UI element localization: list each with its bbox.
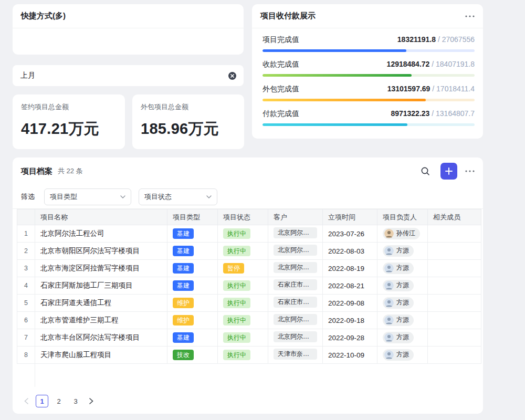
avatar bbox=[384, 281, 394, 290]
project-type-tag: 基建 bbox=[173, 332, 194, 343]
members-cell[interactable] bbox=[428, 346, 481, 364]
members-cell[interactable] bbox=[428, 277, 481, 295]
metric-project: 项目完成值 18321191.8 / 27067556 bbox=[262, 35, 475, 52]
project-name-cell[interactable]: 石家庄阿道夫通信工程 bbox=[35, 295, 167, 312]
row-index: 8 bbox=[17, 346, 35, 364]
metric-payment: 付款完成值 8971322.23 / 13164807.7 bbox=[262, 109, 475, 126]
row-index: 5 bbox=[17, 295, 35, 312]
progress-bar bbox=[262, 99, 475, 101]
col-start-date[interactable]: 立项时间 bbox=[323, 209, 377, 225]
table-row[interactable]: 1 北京阿尔法工程公司 基建 执行中 北京阿尔法… 2023-07-26 孙传江 bbox=[17, 225, 481, 243]
project-name-cell[interactable]: 北京市朝阳区阿尔法写字楼项目 bbox=[35, 243, 167, 260]
archive-title: 项目档案 bbox=[21, 166, 52, 176]
start-date-cell: 2022-09-18 bbox=[323, 312, 377, 329]
search-icon[interactable] bbox=[418, 164, 433, 178]
table-header-row: 项目名称 项目类型 项目状态 客户 立项时间 项目负责人 相关成员 bbox=[17, 209, 481, 225]
stat-label: 签约项目总金额 bbox=[21, 102, 117, 112]
project-type-tag: 基建 bbox=[173, 246, 194, 256]
table-row[interactable]: 3 北京市海淀区阿拉蕾写字楼项目 基建 暂停 北京阿尔法… 2022-08-19… bbox=[17, 260, 481, 277]
col-project-name[interactable]: 项目名称 bbox=[35, 209, 167, 225]
avatar bbox=[384, 264, 394, 273]
owner-pill: 孙传江 bbox=[383, 228, 420, 239]
start-date-cell: 2023-07-26 bbox=[323, 225, 377, 243]
metric-receipt: 收款完成值 12918484.72 / 18407191.8 bbox=[262, 60, 475, 77]
date-filter[interactable]: 上月 bbox=[13, 65, 244, 86]
project-type-tag: 基建 bbox=[173, 263, 194, 274]
project-type-tag: 技改 bbox=[173, 350, 194, 360]
owner-pill: 方源 bbox=[383, 245, 414, 257]
owner-pill: 方源 bbox=[383, 349, 414, 361]
metrics-list: 项目完成值 18321191.8 / 27067556 收款完成值 129184… bbox=[252, 28, 483, 126]
next-page-icon[interactable] bbox=[86, 395, 97, 407]
project-status-select[interactable]: 项目状态 bbox=[139, 188, 217, 205]
project-type-select[interactable]: 项目类型 bbox=[44, 188, 131, 205]
avatar bbox=[384, 298, 394, 308]
customer-tag: 北京阿尔法… bbox=[274, 331, 317, 342]
customer-tag: 天津市奈文… bbox=[274, 349, 317, 360]
customer-tag: 石家庄市A县 bbox=[274, 297, 317, 308]
start-date-cell: 2022-09-28 bbox=[323, 329, 377, 346]
payments-card: 项目收付款展示 项目完成值 18321191.8 / 27067556 收款完成… bbox=[252, 4, 483, 139]
members-cell[interactable] bbox=[428, 225, 481, 243]
table-row[interactable]: 4 石家庄阿斯加德工厂三期项目 基建 执行中 石家庄市A县… 2022-08-2… bbox=[17, 277, 481, 295]
page-button-2[interactable]: 2 bbox=[52, 395, 65, 407]
clear-filter-icon[interactable] bbox=[228, 71, 237, 80]
start-date-cell: 2022-08-03 bbox=[323, 243, 377, 260]
customer-tag: 北京阿尔法… bbox=[274, 262, 317, 273]
progress-bar bbox=[262, 123, 475, 126]
project-name-cell[interactable]: 北京市丰台区阿尔法写字楼项目 bbox=[35, 329, 167, 346]
project-status-tag: 执行中 bbox=[223, 228, 250, 239]
members-cell[interactable] bbox=[428, 243, 481, 260]
start-date-cell: 2022-09-08 bbox=[323, 295, 377, 312]
progress-fill bbox=[262, 74, 412, 77]
page-button-1[interactable]: 1 bbox=[36, 395, 48, 407]
avatar bbox=[384, 333, 394, 342]
col-project-status[interactable]: 项目状态 bbox=[218, 209, 268, 225]
project-name-cell[interactable]: 天津市爬山服工程项目 bbox=[35, 346, 167, 364]
table-row[interactable]: 7 北京市丰台区阿尔法写字楼项目 基建 执行中 北京阿尔法… 2022-09-2… bbox=[17, 329, 481, 346]
project-name-cell[interactable]: 北京市海淀区阿拉蕾写字楼项目 bbox=[35, 260, 167, 277]
col-owner[interactable]: 项目负责人 bbox=[377, 209, 428, 225]
stat-value: 417.21万元 bbox=[21, 119, 117, 140]
project-status-tag: 暂停 bbox=[223, 263, 244, 274]
members-cell[interactable] bbox=[428, 329, 481, 346]
project-name-cell[interactable]: 北京阿尔法工程公司 bbox=[35, 225, 167, 243]
add-record-button[interactable] bbox=[440, 163, 457, 180]
table-row[interactable]: 8 天津市爬山服工程项目 技改 执行中 天津市奈文… 2022-10-09 方源 bbox=[17, 346, 481, 364]
project-name-cell[interactable]: 北京市管道维护三期工程 bbox=[35, 312, 167, 329]
col-customer[interactable]: 客户 bbox=[268, 209, 323, 225]
project-status-tag: 执行中 bbox=[223, 246, 250, 256]
progress-bar bbox=[262, 49, 475, 52]
col-members[interactable]: 相关成员 bbox=[428, 209, 481, 225]
row-index: 7 bbox=[17, 329, 35, 346]
project-type-tag: 基建 bbox=[173, 228, 194, 239]
metric-label: 项目完成值 bbox=[262, 35, 299, 45]
members-cell[interactable] bbox=[428, 295, 481, 312]
table-row[interactable]: 2 北京市朝阳区阿尔法写字楼项目 基建 执行中 北京阿尔法… 2022-08-0… bbox=[17, 243, 481, 260]
row-index: 6 bbox=[17, 312, 35, 329]
stat-value: 185.96万元 bbox=[141, 119, 236, 140]
metric-values: 8971322.23 / 13164807.7 bbox=[391, 109, 475, 118]
more-icon[interactable] bbox=[465, 170, 475, 172]
progress-fill bbox=[262, 123, 407, 126]
owner-pill: 方源 bbox=[383, 280, 414, 291]
metric-label: 收款完成值 bbox=[262, 60, 299, 69]
project-name-cell[interactable]: 石家庄阿斯加德工厂三期项目 bbox=[35, 277, 167, 295]
row-number-header bbox=[17, 209, 35, 225]
stat-label: 外包项目总金额 bbox=[141, 102, 236, 112]
metric-values: 12918484.72 / 18407191.8 bbox=[387, 60, 475, 68]
col-project-type[interactable]: 项目类型 bbox=[167, 209, 218, 225]
archive-card: 项目档案 共 22 条 筛选 项目类型 项目状态 bbox=[13, 158, 483, 414]
prev-page-icon[interactable] bbox=[21, 395, 32, 407]
records-table: 项目名称 项目类型 项目状态 客户 立项时间 项目负责人 相关成员 1 北京阿尔… bbox=[17, 209, 481, 387]
chevron-down-icon bbox=[120, 195, 125, 198]
progress-fill bbox=[262, 99, 426, 101]
members-cell[interactable] bbox=[428, 260, 481, 277]
metric-label: 付款完成值 bbox=[262, 109, 299, 119]
table-row[interactable]: 6 北京市管道维护三期工程 维护 执行中 北京阿尔法… 2022-09-18 方… bbox=[17, 312, 481, 329]
page-button-3[interactable]: 3 bbox=[69, 395, 82, 407]
owner-pill: 方源 bbox=[383, 297, 414, 309]
members-cell[interactable] bbox=[428, 312, 481, 329]
more-icon[interactable] bbox=[465, 15, 475, 17]
table-row[interactable]: 5 石家庄阿道夫通信工程 维护 执行中 石家庄市A县 2022-09-08 方源 bbox=[17, 295, 481, 312]
